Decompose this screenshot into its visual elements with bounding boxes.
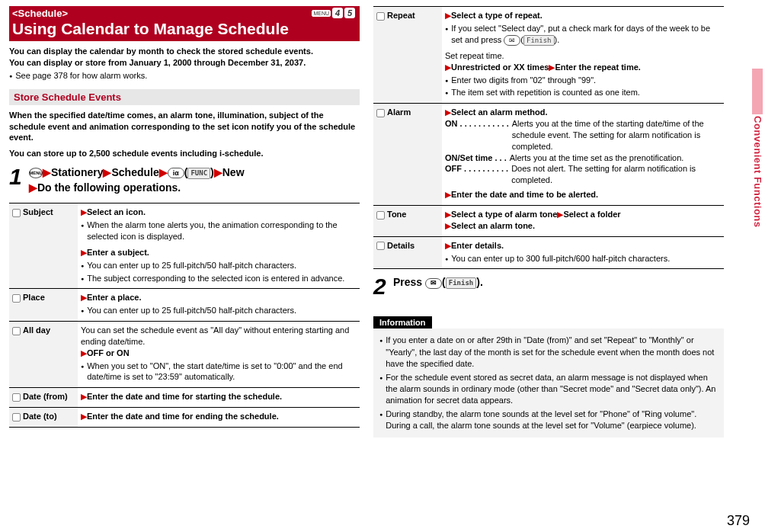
arrow-icon: ▶ [445,190,451,199]
information-box: If you enter a date on or after 29th in … [373,328,724,437]
row-repeat-label: Repeat [373,7,442,104]
row-tone-desc: ▶Select a type of alarm tone▶Select a fo… [442,205,724,236]
arrow-icon: ▶ [214,166,222,178]
datefrom-icon [12,393,21,402]
subject-icon [12,209,21,217]
finish-softkey-label: Finish [523,35,555,46]
arrow-icon: ▶ [43,166,51,178]
shortcut-digit-4: 4 [332,8,343,18]
step-1-do-ops: Do the following operations. [37,181,181,194]
step-2-number: 2 [373,275,389,298]
step-1-schedule: Schedule [111,166,158,178]
arrow-icon: ▶ [159,166,168,178]
row-repeat-desc: ▶Select a type of repeat. If you select … [442,7,724,104]
step-1-new: New [222,166,245,178]
chapter-side-tab: Convenient Functions [750,69,765,228]
header-title: Using Calendar to Manage Schedule [12,19,357,38]
step-1-body: MENU▶Stationery▶Schedule▶iα(FUNC)▶New ▶D… [29,165,245,195]
row-subject-desc: ▶Select an icon. When the alarm tone ale… [78,204,360,289]
alarm-icon [376,109,385,117]
row-place-desc: ▶Enter a place. You can enter up to 25 f… [78,289,360,322]
menu-key-icon: MENU [29,168,43,178]
intro-line-2: You can display or store from January 1,… [9,57,360,69]
row-tone-label: Tone [373,205,442,236]
row-dateto-label: Date (to) [9,408,78,428]
subsection-intro-1: When the specified date/time comes, an a… [9,110,360,144]
row-allday-label: All day [9,322,78,388]
repeat-icon [376,12,385,21]
arrow-icon: ▶ [445,221,451,230]
arrow-icon: ▶ [445,62,451,72]
arrow-icon: ▶ [81,392,87,401]
tone-icon [376,211,385,220]
row-datefrom-label: Date (from) [9,388,78,408]
arrow-icon: ▶ [81,207,87,216]
finish-softkey-label: Finish [446,277,477,289]
iappli-key-icon: iα [168,168,184,178]
menu-key-icon: MENU [312,10,331,17]
place-icon [12,294,21,303]
arrow-icon: ▶ [29,181,37,194]
row-allday-desc: You can set the schedule event as "All d… [78,322,360,388]
row-details-label: Details [373,236,442,269]
operations-table-left: Subject ▶Select an icon. When the alarm … [9,203,360,428]
step-1: 1 MENU▶Stationery▶Schedule▶iα(FUNC)▶New … [9,165,360,195]
func-softkey-label: FUNC [187,168,210,179]
step-2-body: Press ✉(Finish). [393,275,483,298]
intro-block: You can display the calendar by month to… [9,46,360,82]
dateto-icon [12,413,21,421]
arrow-icon: ▶ [81,412,87,421]
subsection-intro-2: You can store up to 2,500 schedule event… [9,148,360,159]
step-1-number: 1 [9,165,24,195]
row-alarm-desc: ▶Select an alarm method. ON . . . . . . … [442,104,724,206]
row-subject-label: Subject [9,204,78,289]
section-header: <Schedule> Using Calendar to Manage Sche… [9,6,360,41]
header-tag: <Schedule> [12,8,357,19]
header-shortcut-icons: MENU 4 5 [312,8,355,18]
arrow-icon: ▶ [103,166,111,178]
intro-line-1: You can display the calendar by month to… [9,46,360,57]
intro-bullet-1: See page 378 for how alarm works. [9,70,360,82]
row-alarm-label: Alarm [373,104,442,206]
arrow-icon: ▶ [81,293,87,302]
shortcut-digit-5: 5 [344,8,355,18]
details-icon [376,242,385,250]
subsection-bar: Store Schedule Events [9,89,360,105]
arrow-icon: ▶ [445,107,451,117]
side-tab-color-block [752,69,763,114]
step-1-stationery: Stationery [51,166,103,178]
step-2: 2 Press ✉(Finish). [373,275,724,298]
page-number: 379 [727,513,750,529]
allday-icon [12,327,21,335]
row-datefrom-desc: ▶Enter the date and time for starting th… [78,388,360,408]
arrow-icon: ▶ [445,210,451,219]
arrow-icon: ▶ [445,241,451,250]
row-place-label: Place [9,289,78,322]
mail-key-icon: ✉ [425,278,442,289]
side-tab-label: Convenient Functions [752,116,763,228]
mail-key-icon: ✉ [504,35,520,46]
row-details-desc: ▶Enter details. You can enter up to 300 … [442,236,724,269]
arrow-icon: ▶ [81,348,87,357]
information-heading: Information [373,316,432,328]
operations-table-right: Repeat ▶Select a type of repeat. If you … [373,6,724,269]
row-dateto-desc: ▶Enter the date and time for ending the … [78,408,360,428]
arrow-icon: ▶ [445,11,451,20]
arrow-icon: ▶ [81,248,87,257]
